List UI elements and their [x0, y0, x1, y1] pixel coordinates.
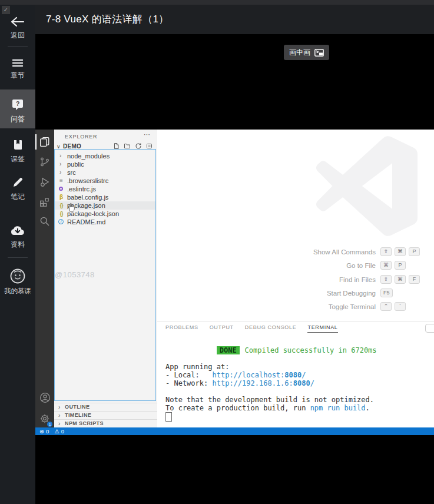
keycap: F5: [380, 289, 393, 297]
warnings-icon: ⚠: [54, 428, 59, 435]
explorer-section-timeline[interactable]: ›TIMELINE: [54, 411, 157, 419]
window-checkbox-icon: ✓: [2, 6, 10, 14]
braces-file-icon: {}: [58, 201, 65, 210]
sidebar-item-label: 资料: [0, 240, 35, 250]
terminal-panel: PROBLEMSOUTPUTDEBUG CONSOLETERMINAL DONE…: [157, 321, 434, 427]
terminal-line: [165, 387, 377, 396]
terminal-line: - Local: http://localhost:8080/: [165, 371, 377, 379]
terminal-line: App running at:: [165, 363, 377, 371]
shortcut-row: Find in Files⇧⌘F: [157, 274, 434, 288]
panel-corner-button[interactable]: [425, 324, 434, 333]
terminal-cursor-line: [165, 412, 377, 420]
file-name: node_modules: [67, 152, 110, 160]
panel-tab-terminal[interactable]: TERMINAL: [307, 323, 337, 333]
source-control-icon[interactable]: [35, 153, 54, 171]
explorer-panel: EXPLORER ⋯ ∨ DEMO ›node_modules›public›s…: [54, 130, 157, 427]
sidebar-item-label: 章节: [0, 71, 35, 81]
warnings-count: 0: [61, 428, 64, 435]
editor-area: Show All Commands⇧⌘PGo to File⌘PFind in …: [157, 130, 434, 321]
terminal-line: To create a production build, run npm ru…: [165, 404, 377, 412]
folder-chevron-icon: ›: [59, 152, 61, 160]
settings-gear-icon[interactable]: 1: [35, 410, 54, 427]
keycap: ⌃: [380, 302, 392, 311]
folder-chevron-icon: ›: [59, 168, 61, 177]
folder-chevron-icon: ›: [59, 160, 61, 168]
file-item[interactable]: .eslintrc.js: [55, 185, 155, 193]
sidebar-item-notes[interactable]: 笔记: [0, 177, 35, 202]
sidebar-item-label: 课签: [0, 154, 35, 164]
sidebar-item-my-mooc[interactable]: 我的慕课: [0, 268, 35, 296]
braces-file-icon: {}: [58, 210, 65, 218]
shortcut-row: Start DebuggingF5: [157, 288, 434, 301]
sidebar-item-qa[interactable]: ? 问答: [0, 89, 35, 128]
babel-file-icon: β: [58, 193, 65, 201]
sidebar-divider: [8, 46, 28, 47]
keycap: ⇧: [380, 247, 392, 256]
shortcut-row: Toggle Terminal⌃`: [157, 301, 434, 315]
shortcut-label: Find in Files: [339, 276, 376, 283]
keycap: P: [409, 247, 420, 256]
errors-icon: ⊗: [39, 428, 44, 435]
sidebar-item-chapters[interactable]: 章节: [0, 59, 35, 81]
menu-icon: [12, 59, 24, 67]
file-name: src: [67, 169, 76, 176]
cloud-download-icon: [11, 225, 25, 236]
player-titlebar: 7-8 VueX 的语法详解（1）: [0, 5, 434, 34]
vscode-screenshot: 1 EXPLORER ⋯ ∨ DEMO ›node_modules›public…: [35, 130, 434, 435]
chevron-right-icon: ›: [58, 420, 61, 427]
explorer-icon[interactable]: [35, 133, 54, 151]
keycap: ⌘: [380, 261, 392, 270]
file-item[interactable]: ›public: [55, 160, 155, 168]
terminal-output[interactable]: DONECompiled successfully in 6720ms App …: [165, 338, 377, 420]
sidebar-item-label: 笔记: [0, 192, 35, 202]
mooc-avatar-icon: [10, 268, 25, 284]
chevron-right-icon: ›: [58, 412, 61, 419]
build-status-line: DONECompiled successfully in 6720ms: [165, 338, 377, 347]
explorer-section-npm-scripts[interactable]: ›NPM SCRIPTS: [54, 419, 157, 427]
pip-icon: [314, 49, 324, 57]
run-debug-icon[interactable]: [35, 173, 54, 191]
done-badge: DONE: [217, 346, 240, 354]
account-icon[interactable]: [35, 389, 54, 406]
settings-badge: 1: [47, 422, 52, 427]
section-label: NPM SCRIPTS: [65, 420, 104, 426]
file-item[interactable]: ›src: [55, 168, 155, 177]
shortcut-label: Show All Commands: [313, 248, 376, 256]
file-name: public: [67, 161, 84, 168]
user-watermark: @1053748: [55, 270, 95, 279]
bookmark-book-icon: [12, 139, 24, 151]
sidebar-item-label: 我的慕课: [0, 287, 35, 296]
shortcut-label: Start Debugging: [327, 290, 376, 297]
pencil-icon: [12, 177, 24, 188]
file-item[interactable]: ›node_modules: [55, 152, 155, 160]
chevron-right-icon: ›: [58, 403, 61, 411]
pip-label: 画中画: [289, 48, 310, 58]
explorer-title: EXPLORER: [65, 134, 97, 140]
panel-tab-debug-console[interactable]: DEBUG CONSOLE: [245, 323, 297, 332]
sidebar-item-bookmark[interactable]: 课签: [0, 139, 35, 164]
file-name: babel.config.js: [67, 194, 108, 201]
video-area[interactable]: 画中画: [35, 34, 434, 504]
window-top-strip: [0, 0, 434, 5]
back-arrow-icon: [11, 16, 25, 27]
section-label: TIMELINE: [65, 412, 91, 418]
file-item[interactable]: ≡.browserslistrc: [55, 177, 155, 185]
file-item[interactable]: βbabel.config.js: [55, 193, 155, 201]
vscode-status-bar[interactable]: ⊗ 0 ⚠ 0: [35, 427, 434, 435]
extensions-icon[interactable]: [35, 193, 54, 211]
vscode-logo-watermark: [308, 135, 426, 237]
pip-button[interactable]: 画中画: [284, 45, 329, 60]
back-button[interactable]: 返回: [0, 16, 35, 41]
explorer-section-outline[interactable]: ›OUTLINE: [54, 403, 157, 411]
sidebar-item-materials[interactable]: 资料: [0, 225, 35, 250]
file-item[interactable]: iREADME.md: [55, 218, 155, 226]
keycap: `: [395, 302, 406, 311]
file-name: .eslintrc.js: [67, 185, 96, 193]
search-icon[interactable]: [35, 213, 54, 230]
more-actions-icon[interactable]: ⋯: [144, 131, 150, 138]
panel-tab-problems[interactable]: PROBLEMS: [165, 323, 198, 332]
keycap: ⌘: [395, 247, 406, 256]
shortcut-label: Go to File: [346, 262, 376, 269]
panel-tab-output[interactable]: OUTPUT: [210, 323, 234, 332]
section-label: OUTLINE: [65, 404, 90, 410]
